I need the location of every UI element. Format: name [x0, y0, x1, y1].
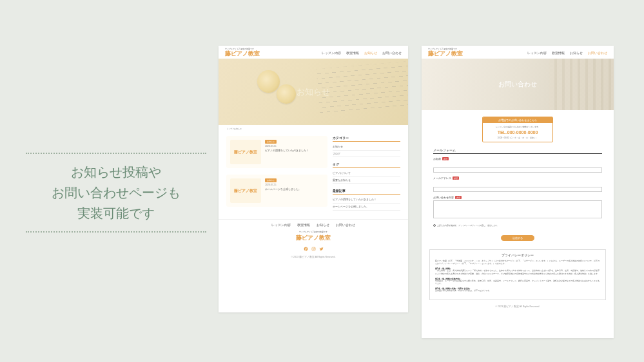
post-thumbnail: 藤ピアノ教室	[230, 140, 261, 164]
contact-hero-title: お問い合わせ	[498, 80, 537, 89]
site-header: サンプルサイト2 架空の教室です 藤ピアノ教室 レッスン内容 教室情報 お知らせ…	[219, 46, 408, 59]
footer-nav: レッスン内容 教室情報 お知らせ お問い合わせ	[219, 224, 408, 227]
post-category-badge: お知らせ	[265, 140, 277, 144]
name-label: お名前 必須	[433, 157, 602, 160]
copyright: © 2023 藤ピアノ教室 All Rights Reserved.	[219, 256, 408, 262]
svg-point-2	[314, 247, 315, 248]
nav-classroom[interactable]: 教室情報	[552, 51, 565, 55]
mail-form: メールフォーム お名前 必須 メールアドレス 必須 お問い合わせ内容 必須 上記…	[433, 149, 602, 242]
promo-line-2: お問い合わせページも	[26, 182, 206, 203]
twitter-icon[interactable]	[319, 247, 324, 251]
recent-section: 最新記事 ピアノの調律をしていただきました！ ホームページを公開しました。	[333, 189, 400, 210]
name-label-text: お名前	[433, 158, 441, 160]
breadcrumb: トップ > お知らせ	[219, 125, 408, 133]
news-content: 藤ピアノ教室 お知らせ 2023.07.25 ピアノの調律をしていただきました！…	[219, 133, 408, 214]
nav-contact[interactable]: お問い合わせ	[382, 51, 402, 55]
dotted-line-top	[26, 153, 206, 154]
logo-block[interactable]: サンプルサイト2 架空の教室です 藤ピアノ教室	[225, 48, 260, 57]
policy-intro: 藤ピアノ教室（以下、「当教室」といいます。）は、本ウェブサイト上で提供するサービ…	[435, 260, 600, 265]
required-badge: 必須	[455, 196, 462, 199]
logo-block[interactable]: サンプルサイト2 架空の教室です 藤ピアノ教室	[428, 48, 463, 57]
policy-title: プライバシーポリシー	[435, 254, 600, 257]
nav-news[interactable]: お知らせ	[570, 51, 583, 55]
submit-wrap: 送信する	[433, 230, 602, 242]
logo-name: 藤ピアノ教室	[225, 51, 260, 57]
policy-p2: 当教室は、ユーザーが利用登録をする際に氏名、生年月日、住所、電話番号、メールアド…	[435, 280, 600, 285]
nav-contact[interactable]: お問い合わせ	[588, 51, 607, 55]
email-label: メールアドレス 必須	[433, 176, 602, 180]
tag-section: タグ ピアノについて 重要なお知らせ	[333, 162, 400, 184]
recent-heading: 最新記事	[333, 189, 400, 195]
site-footer: レッスン内容 教室情報 お知らせ お問い合わせ サンプルサイト2 架空の教室です…	[219, 219, 408, 262]
privacy-policy-box: プライバシーポリシー 藤ピアノ教室（以下、「当教室」といいます。）は、本ウェブサ…	[429, 249, 606, 300]
site-nav: レッスン内容 教室情報 お知らせ お問い合わせ	[527, 51, 607, 55]
footer-news[interactable]: お知らせ	[317, 224, 329, 227]
curtain-decoration	[549, 59, 614, 110]
post-card[interactable]: 藤ピアノ教室 お知らせ 2023.07.25 ホームページを公開しました。	[226, 175, 327, 207]
post-thumbnail: 藤ピアノ教室	[230, 178, 261, 203]
site-nav: レッスン内容 教室情報 お知らせ お問い合わせ	[322, 51, 402, 55]
news-hero: お知らせ	[219, 59, 408, 125]
copyright: © 2023 藤ピアノ教室 All Rights Reserved.	[422, 305, 614, 311]
post-date: 2023.07.25	[265, 145, 324, 148]
category-heading: カテゴリー	[333, 136, 400, 142]
call-box-hours: 10:00〜18:00（月・水・金・木・土・祝除く）	[485, 137, 550, 139]
category-link[interactable]: ブログ	[333, 151, 400, 158]
instagram-icon[interactable]	[311, 247, 316, 251]
name-input[interactable]	[433, 167, 602, 173]
post-body: お知らせ 2023.07.25 ピアノの調律をしていただきました！	[265, 140, 324, 164]
post-body: お知らせ 2023.07.25 ホームページを公開しました。	[265, 178, 324, 203]
email-label-text: メールアドレス	[433, 177, 451, 180]
promo-line-3: 実装可能です	[26, 203, 206, 224]
post-title: ピアノの調律をしていただきました！	[265, 149, 324, 153]
nav-lesson[interactable]: レッスン内容	[527, 51, 547, 55]
email-input[interactable]	[433, 187, 602, 192]
policy-p1: 「個人情報」とは、個人情報保護法にいう「個人情報」を指すものとし、生存する個人に…	[435, 270, 600, 275]
content-label: お問い合わせ内容 必須	[433, 196, 602, 199]
news-page-preview: サンプルサイト2 架空の教室です 藤ピアノ教室 レッスン内容 教室情報 お知らせ…	[219, 46, 408, 312]
form-row-email: メールアドレス 必須	[433, 176, 602, 193]
call-box: お電話でのお問い合わせはこちら レッスン中は電話に出られない場合がございます。 …	[482, 117, 553, 142]
nav-news[interactable]: お知らせ	[364, 51, 377, 55]
tag-link[interactable]: ピアノについて	[333, 170, 400, 177]
promo-text-block: お知らせ投稿や お問い合わせページも 実装可能です	[26, 145, 206, 240]
required-badge: 必須	[453, 176, 459, 180]
post-title: ホームページを公開しました。	[265, 187, 324, 191]
form-title: メールフォーム	[433, 149, 602, 154]
site-header: サンプルサイト2 架空の教室です 藤ピアノ教室 レッスン内容 教室情報 お知らせ…	[422, 46, 614, 59]
dotted-line-bottom	[26, 231, 206, 233]
call-box-header: お電話でのお問い合わせはこちら	[483, 117, 552, 123]
facebook-icon[interactable]	[304, 247, 308, 251]
tag-heading: タグ	[333, 162, 400, 168]
tel-prefix: TEL.	[498, 130, 507, 135]
contact-hero: お問い合わせ	[422, 59, 614, 110]
logo-name: 藤ピアノ教室	[428, 51, 463, 57]
promo-line-1: お知らせ投稿や	[26, 162, 206, 182]
footer-classroom[interactable]: 教室情報	[297, 224, 310, 227]
contact-page-preview: サンプルサイト2 架空の教室です 藤ピアノ教室 レッスン内容 教室情報 お知らせ…	[422, 46, 614, 338]
footer-logo[interactable]: 藤ピアノ教室	[219, 234, 408, 242]
call-box-note: レッスン中は電話に出られない場合がございます。	[485, 126, 550, 128]
required-badge: 必須	[442, 157, 449, 160]
rose-decoration-2	[277, 84, 296, 104]
content-textarea[interactable]	[433, 200, 602, 218]
footer-lesson[interactable]: レッスン内容	[271, 224, 291, 227]
posts-column: 藤ピアノ教室 お知らせ 2023.07.25 ピアノの調律をしていただきました！…	[226, 136, 327, 211]
nav-lesson[interactable]: レッスン内容	[322, 51, 341, 55]
content-label-text: お問い合わせ内容	[433, 196, 454, 199]
post-card[interactable]: 藤ピアノ教室 お知らせ 2023.07.25 ピアノの調律をしていただきました！	[226, 136, 327, 168]
news-hero-title: お知らせ	[297, 86, 330, 98]
category-link[interactable]: お知らせ	[333, 144, 400, 151]
footer-contact[interactable]: お問い合わせ	[336, 224, 355, 227]
tel-number: 000-0000-0000	[507, 130, 538, 135]
consent-row: 上記入力内容を確認後、プライバシーポリシーに同意し、送信します。	[433, 224, 602, 227]
nav-classroom[interactable]: 教室情報	[346, 51, 359, 55]
recent-link[interactable]: ホームページを公開しました。	[333, 204, 400, 211]
recent-link[interactable]: ピアノの調律をしていただきました！	[333, 196, 400, 204]
call-box-tel[interactable]: TEL.000-0000-0000	[485, 130, 550, 135]
news_page.sidebar.tags.1[interactable]: 重要なお知らせ	[333, 177, 400, 184]
submit-button[interactable]: 送信する	[501, 235, 534, 241]
sidebar-column: カテゴリー お知らせ ブログ タグ ピアノについて 重要なお知らせ 最新記事 ピ…	[333, 136, 400, 211]
consent-checkbox[interactable]	[433, 224, 436, 227]
social-icons	[219, 247, 408, 251]
